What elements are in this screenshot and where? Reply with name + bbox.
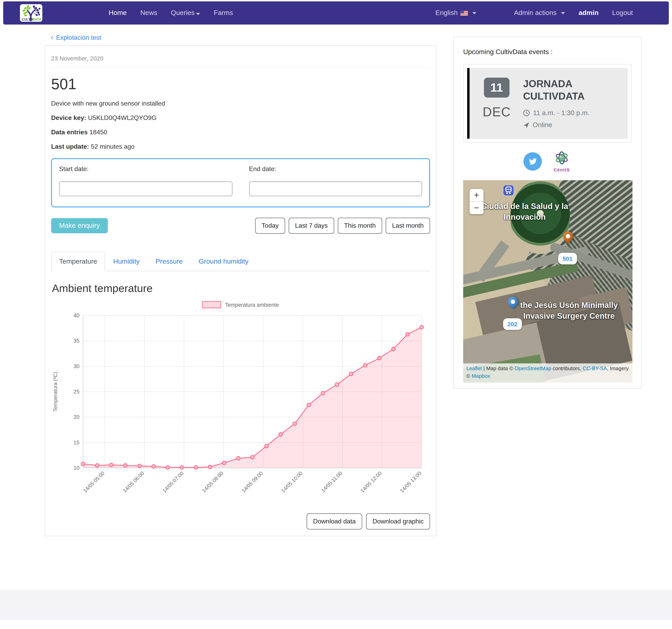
svg-text:DATA: DATA: [32, 17, 41, 21]
range-last7days-button[interactable]: Last 7 days: [289, 218, 334, 234]
nav-item-queries-label: Queries: [171, 9, 195, 17]
svg-text:10: 10: [73, 465, 79, 471]
svg-text:30: 30: [73, 363, 79, 369]
footer-band: [0, 590, 672, 620]
breadcrumb: ‹ Explotación test: [51, 33, 436, 42]
admin-actions-dropdown[interactable]: Admin actions: [514, 9, 565, 17]
device-key-label: Device key:: [51, 114, 86, 121]
ccbysa-link[interactable]: CC-BY-SA: [583, 366, 607, 371]
svg-text:Temperatura (ºC): Temperatura (ºC): [52, 372, 58, 412]
cultivdata-logo-icon: CULTIV DATA: [21, 5, 42, 21]
event-title: JORNADA CULTIVDATA: [523, 78, 622, 103]
event-time: 11 a.m. - 1:30 p.m.: [533, 109, 590, 117]
location-arrow-icon: [523, 122, 529, 128]
end-date-input[interactable]: [249, 181, 422, 196]
leaflet-link[interactable]: Leaflet: [466, 366, 482, 371]
quick-range-group: Today Last 7 days This month Last month: [255, 218, 430, 234]
map-marker-501-label[interactable]: 501: [558, 253, 577, 264]
cenits-link[interactable]: CénitS: [552, 150, 571, 172]
cenits-label: CénitS: [554, 167, 570, 172]
svg-text:14/05 12:00: 14/05 12:00: [359, 470, 383, 494]
start-date-label: Start date:: [59, 166, 232, 173]
download-data-button[interactable]: Download data: [307, 513, 362, 529]
nav-menu: Home News Queries Farms: [109, 9, 233, 17]
nav-right: English Admin actions admin Logout: [435, 9, 669, 17]
tab-ground-humidity[interactable]: Ground humidity: [191, 252, 256, 271]
sensor-tabs: Temperature Humidity Pressure Ground hum…: [51, 251, 430, 271]
legend-label: Temperatura ambiente: [225, 302, 279, 308]
device-card: 23 November, 2020 501 Device with new gr…: [45, 45, 436, 536]
svg-text:35: 35: [73, 338, 79, 344]
chart-legend: Temperatura ambiente: [51, 301, 430, 308]
event-date: 11 DEC: [478, 78, 516, 129]
device-title: 501: [51, 76, 430, 93]
device-key-row: Device key: U5KLD0Q4WL2QYO9G: [51, 114, 430, 122]
language-dropdown[interactable]: English: [435, 9, 477, 17]
cultivdata-logo[interactable]: CULTIV DATA: [20, 4, 42, 22]
twitter-link[interactable]: [524, 152, 542, 170]
data-entries-value: 18450: [90, 129, 107, 135]
chevron-down-icon: [561, 12, 565, 14]
svg-text:14/05 11:00: 14/05 11:00: [320, 470, 343, 494]
end-date-label: End date:: [249, 166, 422, 173]
chart-title: Ambient temperature: [52, 282, 430, 295]
event-day-badge: 11: [484, 78, 509, 98]
tab-pressure[interactable]: Pressure: [147, 252, 191, 271]
map-marker-202-label[interactable]: 202: [503, 318, 522, 330]
svg-text:14/05 08:00: 14/05 08:00: [201, 470, 224, 494]
nav-item-queries[interactable]: Queries: [171, 9, 200, 17]
map-attribution: Leaflet | Map data © OpenStreetMap contr…: [463, 363, 632, 382]
data-entries-label: Data entries: [51, 129, 88, 135]
tab-temperature[interactable]: Temperature: [51, 252, 105, 271]
breadcrumb-back-link[interactable]: ‹ Explotación test: [51, 34, 101, 41]
svg-text:14/05 09:00: 14/05 09:00: [240, 470, 264, 494]
device-description: Device with new ground sensor installed: [51, 100, 430, 107]
data-entries-row: Data entries 18450: [51, 129, 430, 136]
openstreetmap-link[interactable]: OpenStreetMap: [514, 366, 551, 371]
map-label-jesus-uson: the Jesús Usón Minimally Invasive Surger…: [511, 300, 627, 321]
download-graphic-button[interactable]: Download graphic: [366, 513, 430, 529]
start-date-input[interactable]: [59, 181, 232, 196]
events-heading: Upcoming CultivData events :: [463, 48, 632, 56]
zoom-in-button[interactable]: +: [470, 189, 483, 201]
device-key-value: U5KLD0Q4WL2QYO9G: [88, 114, 157, 121]
svg-text:14/05 05:00: 14/05 05:00: [82, 470, 105, 494]
map-marker-501[interactable]: [561, 229, 575, 243]
clock-icon: [523, 109, 530, 116]
logout-link[interactable]: Logout: [612, 9, 633, 17]
last-update-label: Last update:: [51, 143, 89, 150]
transit-station-icon: [503, 185, 514, 197]
svg-text:14/05 10:00: 14/05 10:00: [280, 470, 304, 494]
range-lastmonth-button[interactable]: Last month: [386, 218, 430, 234]
last-update-value: 52 minutes ago: [91, 143, 135, 150]
nav-item-home[interactable]: Home: [109, 9, 127, 17]
svg-text:15: 15: [73, 439, 79, 446]
map-marker-202[interactable]: [506, 295, 520, 309]
zoom-out-button[interactable]: −: [470, 202, 483, 214]
tab-humidity[interactable]: Humidity: [105, 252, 147, 271]
username: admin: [579, 9, 599, 17]
nav-item-news[interactable]: News: [140, 9, 157, 17]
post-date: 23 November, 2020: [51, 55, 430, 62]
social-row: CénitS: [463, 143, 632, 179]
svg-text:20: 20: [73, 414, 79, 420]
chevron-left-icon: ‹: [51, 33, 53, 41]
events-panel: Upcoming CultivData events : 11 DEC JORN…: [453, 36, 642, 388]
divider: [51, 67, 430, 68]
make-enquiry-button[interactable]: Make enquiry: [51, 218, 108, 233]
last-update-row: Last update: 52 minutes ago: [51, 143, 430, 150]
mapbox-link[interactable]: Mapbox: [472, 373, 490, 379]
us-flag-icon: [460, 10, 468, 16]
cenits-logo-icon: [552, 150, 571, 168]
temperature-chart: 14/05 05:0014/05 06:0014/05 07:0014/05 0…: [51, 310, 430, 507]
admin-actions-label: Admin actions: [514, 9, 557, 17]
chevron-down-icon: [472, 12, 476, 14]
svg-text:14/05 07:00: 14/05 07:00: [161, 470, 185, 494]
event-list-item[interactable]: 11 DEC JORNADA CULTIVDATA 11 a.m. - 1:30…: [463, 64, 632, 143]
leaflet-map[interactable]: Ciudad de la Salud y la Innovación the J…: [463, 180, 632, 382]
range-thismonth-button[interactable]: This month: [338, 218, 382, 234]
range-today-button[interactable]: Today: [255, 218, 285, 234]
legend-swatch: [202, 301, 221, 308]
event-location: Online: [533, 121, 552, 129]
nav-item-farms[interactable]: Farms: [214, 9, 233, 17]
